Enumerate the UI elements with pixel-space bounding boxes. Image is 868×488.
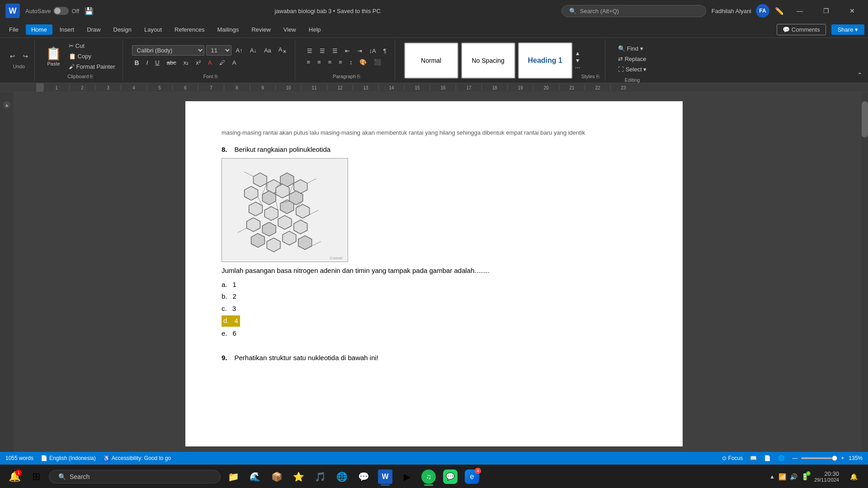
ruler-mark: 15 <box>404 84 430 90</box>
show-marks-button[interactable]: ¶ <box>381 46 389 56</box>
subscript-button[interactable]: x₂ <box>181 58 192 67</box>
styles-scroll[interactable]: ▲ ▼ ⋯ <box>575 50 580 71</box>
line-spacing-button[interactable]: ↕ <box>347 57 355 67</box>
zoom-thumb[interactable] <box>832 455 837 461</box>
italic-button[interactable]: I <box>144 58 151 67</box>
taskbar-music[interactable]: 🎵 <box>311 468 329 486</box>
view-print-button[interactable]: 📄 <box>764 455 771 461</box>
style-heading[interactable]: Heading 1 <box>518 42 572 79</box>
menu-home[interactable]: Home <box>26 24 52 35</box>
underline-button[interactable]: U <box>152 58 162 67</box>
align-left-button[interactable]: ≡ <box>304 57 313 67</box>
cut-button[interactable]: ✂ Cut <box>67 42 117 50</box>
font-grow-button[interactable]: A↑ <box>233 46 245 55</box>
notification-icon[interactable]: 🔔 1 <box>5 468 24 486</box>
zoom-slider[interactable] <box>801 457 837 459</box>
comments-button[interactable]: 💬 Comments <box>777 24 826 35</box>
share-button[interactable]: Share ▾ <box>831 24 864 35</box>
accessibility-status[interactable]: ♿ Accessibility: Good to go <box>103 455 171 461</box>
view-read-button[interactable]: 📖 <box>750 455 757 461</box>
collapse-ribbon-button[interactable]: ⌃ <box>855 69 864 81</box>
menu-review[interactable]: Review <box>246 24 276 35</box>
word-count[interactable]: 1055 words <box>5 455 33 461</box>
find-button[interactable]: 🔍 Find ▾ <box>618 45 647 52</box>
replace-button[interactable]: ⇄ Replace <box>618 56 647 62</box>
save-icon[interactable]: 💾 <box>85 7 94 15</box>
taskbar-whatsapp[interactable]: 💬 <box>441 468 459 486</box>
taskbar-media[interactable]: ▶ <box>398 468 416 486</box>
scrollbar-thumb[interactable] <box>862 101 868 137</box>
system-clock[interactable]: 20:30 29/11/2024 <box>814 470 839 483</box>
font-case-button[interactable]: Aa <box>261 46 274 55</box>
sort-button[interactable]: ↕A <box>367 46 379 56</box>
align-center-button[interactable]: ≡ <box>315 57 324 67</box>
taskbar-edge2[interactable]: e 4 <box>463 468 481 486</box>
menu-references[interactable]: References <box>169 24 210 35</box>
focus-button[interactable]: ⊙ Focus <box>722 455 743 461</box>
taskbar-store[interactable]: 📦 <box>268 468 286 486</box>
autosave-toggle[interactable] <box>53 7 69 15</box>
increase-indent-button[interactable]: ⇥ <box>354 46 365 56</box>
close-button[interactable]: ✕ <box>842 4 863 18</box>
vertical-scrollbar[interactable] <box>862 92 868 455</box>
font-color-button[interactable]: A <box>205 58 215 67</box>
minimize-button[interactable]: — <box>789 4 810 18</box>
paste-button[interactable]: 📋 Paste <box>44 44 63 68</box>
copy-button[interactable]: 📋 Copy <box>67 52 117 61</box>
font-name-select[interactable]: Calibri (Body) <box>132 45 204 56</box>
maximize-button[interactable]: ❐ <box>816 4 836 18</box>
menu-draw[interactable]: Draw <box>81 24 106 35</box>
network-icon[interactable]: 📶 <box>778 473 786 480</box>
numbering-button[interactable]: ☰ <box>317 46 328 56</box>
bullets-button[interactable]: ☰ <box>304 46 315 56</box>
global-search[interactable]: 🔍 Search (Alt+Q) <box>561 5 706 17</box>
menu-file[interactable]: File <box>4 24 24 35</box>
menu-mailings[interactable]: Mailings <box>212 24 245 35</box>
taskbar-search[interactable]: 🔍 Search <box>49 470 221 483</box>
strikethrough-button[interactable]: abc <box>164 58 179 67</box>
zoom-control[interactable]: — + 135% <box>792 455 863 461</box>
taskbar-file-explorer[interactable]: 📁 <box>224 468 242 486</box>
menu-design[interactable]: Design <box>108 24 137 35</box>
undo-button[interactable]: ↩ <box>7 52 18 61</box>
style-normal[interactable]: Normal <box>404 42 458 79</box>
font-size-select[interactable]: 11 <box>206 45 231 56</box>
text-color-button[interactable]: A <box>230 58 239 67</box>
style-no-spacing[interactable]: No Spacing <box>461 42 515 79</box>
decrease-indent-button[interactable]: ⇤ <box>342 46 353 56</box>
bold-button[interactable]: B <box>132 58 142 68</box>
volume-icon[interactable]: 🔊 <box>790 473 797 480</box>
shading-button[interactable]: 🎨 <box>357 57 369 67</box>
notification-center-button[interactable]: 🔔 <box>844 468 863 486</box>
start-button[interactable]: ⊞ <box>27 468 45 486</box>
menu-help[interactable]: Help <box>303 24 326 35</box>
up-arrow-icon[interactable]: ▲ <box>769 474 775 480</box>
menu-layout[interactable]: Layout <box>139 24 167 35</box>
clear-format-button[interactable]: A✕ <box>276 45 289 56</box>
taskbar-browser[interactable]: 🌊 <box>246 468 264 486</box>
dna-svg: ©JIWAF <box>222 158 348 262</box>
redo-button[interactable]: ↪ <box>20 52 31 61</box>
borders-button[interactable]: ⬛ <box>371 57 384 67</box>
menu-insert[interactable]: Insert <box>54 24 80 35</box>
format-painter-button[interactable]: 🖌 Format Painter <box>67 62 117 71</box>
highlight-button[interactable]: 🖊 <box>217 58 228 67</box>
accessibility-check[interactable]: 📄 English (Indonesia) <box>41 455 96 461</box>
document-area[interactable]: ▲ masing-masing rantai akan putus lalu m… <box>0 92 868 455</box>
select-button[interactable]: ⛶ Select ▾ <box>618 66 647 73</box>
taskbar-app1[interactable]: ⭐ <box>289 468 307 486</box>
font-shrink-button[interactable]: A↓ <box>247 46 259 55</box>
superscript-button[interactable]: x² <box>193 58 203 67</box>
multilevel-button[interactable]: ☰ <box>330 46 340 56</box>
menu-view[interactable]: View <box>278 24 302 35</box>
justify-button[interactable]: ≡ <box>336 57 345 67</box>
battery-icon[interactable]: 🔋 ⚡ <box>801 473 809 480</box>
align-right-button[interactable]: ≡ <box>326 57 335 67</box>
view-web-button[interactable]: 🌐 <box>778 455 785 461</box>
pen-icon[interactable]: ✏️ <box>775 7 784 15</box>
taskbar-telegram[interactable]: 💬 <box>354 468 373 486</box>
taskbar-spotify[interactable]: ♫ <box>420 468 438 486</box>
taskbar-word[interactable]: W <box>376 468 394 486</box>
document-page[interactable]: masing-masing rantai akan putus lalu mas… <box>185 101 683 446</box>
taskbar-edge[interactable]: 🌐 <box>333 468 351 486</box>
